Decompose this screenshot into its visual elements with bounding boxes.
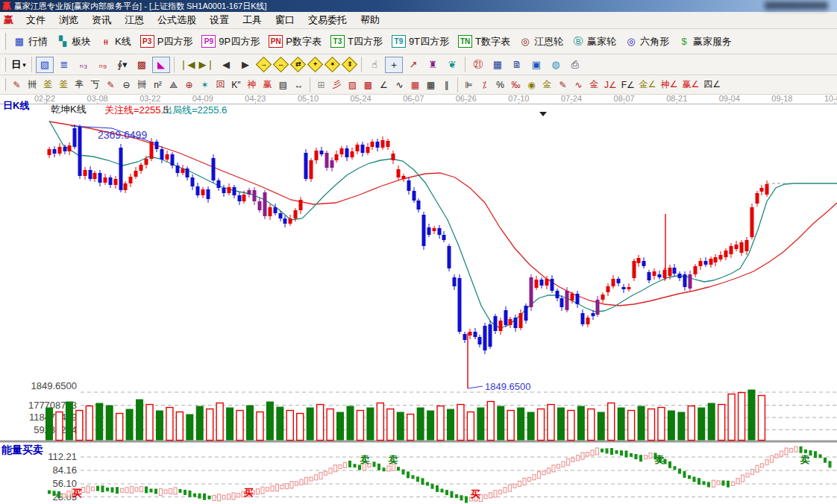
menu-tools[interactable]: 工具 xyxy=(236,13,269,27)
draw-gold-circle[interactable]: ◉ xyxy=(524,80,539,90)
hand-tool-button[interactable]: ☝ xyxy=(366,57,383,73)
menu-formula-stockpick[interactable]: 公式选股 xyxy=(151,13,203,27)
draw-flag[interactable]: ⟁ xyxy=(166,80,181,90)
menu-browse[interactable]: 浏览 xyxy=(52,13,85,27)
tb-p-table[interactable]: PNP数字表 xyxy=(264,34,326,50)
tb-kline[interactable]: ᵻᵻK线 xyxy=(95,34,136,50)
nav-prev-button[interactable]: ◀ xyxy=(217,57,235,73)
draw-ying-angle[interactable]: 赢∠ xyxy=(680,78,701,91)
draw-ruler-2[interactable]: 卌 xyxy=(134,78,150,91)
draw-web-box[interactable]: 回 xyxy=(213,78,228,91)
draw-f-tool[interactable]: 芈 xyxy=(72,78,87,91)
tb-hexagon[interactable]: ◎六角形 xyxy=(621,34,674,50)
zoom-compress-button[interactable]: ⇄ xyxy=(290,57,306,72)
nav-first-button[interactable]: ❘◀ xyxy=(178,57,196,73)
draw-ruler-123[interactable]: ▤ xyxy=(275,80,291,90)
draw-gold-ruler-2[interactable]: 釜 xyxy=(56,78,72,91)
tb-winner-wheel[interactable]: Ⓑ赢家轮 xyxy=(568,34,621,50)
draw-gold-lines[interactable]: 金 xyxy=(539,78,555,91)
menu-file[interactable]: 文件 xyxy=(19,13,52,27)
menu-window[interactable]: 窗口 xyxy=(269,13,301,27)
tb-p-square[interactable]: P3P四方形 xyxy=(136,34,198,50)
zoom-cross-button[interactable]: + xyxy=(307,57,323,72)
draw-span[interactable]: ↔ xyxy=(291,80,307,90)
draw-f-angle[interactable]: F∠ xyxy=(619,80,637,90)
candle-style-button[interactable]: ∮▾ xyxy=(113,57,131,73)
tb-winner-service[interactable]: $赢家服务 xyxy=(674,34,736,50)
zoom-right-button[interactable]: → xyxy=(256,57,272,72)
draw-spiral[interactable]: 丂 xyxy=(87,78,103,91)
draw-gold-ruler-1[interactable]: 釜 xyxy=(40,78,56,91)
draw-7pct[interactable]: ⁒ xyxy=(477,80,492,90)
draw-pen-2[interactable]: ✎ xyxy=(103,80,119,90)
notes-button[interactable]: 🗎 xyxy=(508,57,526,73)
draw-compass[interactable]: ⊕ xyxy=(181,80,197,90)
tb-t-square[interactable]: T3T四方形 xyxy=(326,34,387,50)
menu-news[interactable]: 资讯 xyxy=(85,13,118,27)
draw-angle[interactable]: ∠ xyxy=(376,80,392,90)
calendar-button[interactable]: ㉑ xyxy=(469,57,487,73)
crosshair-tool-button[interactable]: ＋ xyxy=(385,57,403,73)
tb-t-table[interactable]: TNT数字表 xyxy=(454,34,515,50)
draw-star-web[interactable]: ✶ xyxy=(197,80,213,90)
draw-parallel[interactable]: ∥ xyxy=(439,80,454,90)
draw-k-quote[interactable]: K″ xyxy=(228,80,244,90)
tb-sectors[interactable]: ▚板块 xyxy=(52,34,95,50)
draw-grid-3[interactable]: ▦ xyxy=(423,80,439,90)
draw-gold-angle[interactable]: 金∠ xyxy=(637,78,659,91)
menu-gann[interactable]: 江恩 xyxy=(118,13,151,27)
tb-9t-square-label: 9T四方形 xyxy=(409,35,449,48)
draw-shen[interactable]: 神 xyxy=(244,78,260,91)
toolbar-grip[interactable] xyxy=(2,57,6,72)
draw-pen[interactable]: ✎ xyxy=(9,80,25,90)
menu-settings[interactable]: 设置 xyxy=(203,13,236,27)
draw-ying[interactable]: 赢 xyxy=(260,78,275,91)
bars-9-button[interactable]: ₙ₉ xyxy=(94,57,112,73)
draw-rays[interactable]: 彡 xyxy=(329,78,345,91)
menu-help[interactable]: 帮助 xyxy=(354,13,386,27)
tb-quotes[interactable]: ▦行情 xyxy=(9,34,52,50)
chart-view-button[interactable]: ▧ xyxy=(36,57,54,73)
period-selector[interactable]: 日▾ xyxy=(10,57,28,73)
tb-gann-wheel[interactable]: ◎江恩轮 xyxy=(515,34,568,50)
draw-ruler[interactable]: 卌 xyxy=(25,78,40,91)
fractal-tool-button[interactable]: ❦ xyxy=(443,57,461,73)
draw-n2[interactable]: n² xyxy=(150,80,166,90)
draw-red-grid[interactable]: ▨ xyxy=(345,80,360,90)
draw-four-angle[interactable]: 四∠ xyxy=(701,78,723,91)
draw-permille[interactable]: ‰ xyxy=(508,80,524,90)
trendline-tool-button[interactable]: ↗ xyxy=(404,57,422,73)
nav-last-button[interactable]: ▶❘ xyxy=(198,57,216,73)
zoom-vexpand-button[interactable]: ⇕ xyxy=(342,57,357,72)
print-button[interactable]: ⎙ xyxy=(566,57,584,73)
tb-9t-square[interactable]: T99T四方形 xyxy=(387,34,454,50)
draw-clock[interactable]: ⊖ xyxy=(119,80,134,90)
draw-j-angle[interactable]: J∠ xyxy=(602,80,619,90)
draw-shen-angle[interactable]: 神∠ xyxy=(659,78,680,91)
zoom-star-button[interactable]: ✶ xyxy=(325,57,340,72)
calculator-button[interactable]: ▦ xyxy=(489,57,507,73)
toolbar-grip[interactable] xyxy=(2,33,6,50)
info-list-button[interactable]: ≣ xyxy=(55,57,73,73)
draw-grid-2[interactable]: ▦ xyxy=(407,80,423,90)
menu-trade[interactable]: 交易委托 xyxy=(301,13,354,27)
toolbar-grip[interactable] xyxy=(2,78,6,92)
tb-9p-square[interactable]: P99P四方形 xyxy=(197,34,264,50)
draw-pen-candle[interactable]: ✎ xyxy=(555,80,571,90)
draw-gold-level[interactable]: 金 xyxy=(586,78,602,91)
draw-gauge[interactable]: ⊫ xyxy=(461,80,477,90)
title-bar[interactable]: 赢 赢家江恩专业版[赢家内部服务平台] - [上证指数 SH1A0001-167… xyxy=(0,0,837,12)
draw-frame[interactable]: ⊞ xyxy=(313,80,329,90)
draw-zigzag[interactable]: ∿ xyxy=(392,80,407,90)
web-sync-button[interactable]: ◍ xyxy=(547,57,565,73)
pattern-box-button[interactable]: ▩ xyxy=(133,57,151,73)
draw-web-grid[interactable]: ▩ xyxy=(360,80,376,90)
nav-next-button[interactable]: ▶ xyxy=(236,57,254,73)
draw-percent[interactable]: % xyxy=(492,80,508,90)
draw-wave[interactable]: ∿ xyxy=(571,80,586,90)
zoom-hexpand-button[interactable]: ↔ xyxy=(273,57,289,72)
color-chart-button[interactable]: ◣ xyxy=(152,57,170,73)
gann-tool-button[interactable]: ♜ xyxy=(424,57,442,73)
save-button[interactable]: ▣ xyxy=(527,57,545,73)
bars-3-button[interactable]: ₙ₃ xyxy=(75,57,93,73)
